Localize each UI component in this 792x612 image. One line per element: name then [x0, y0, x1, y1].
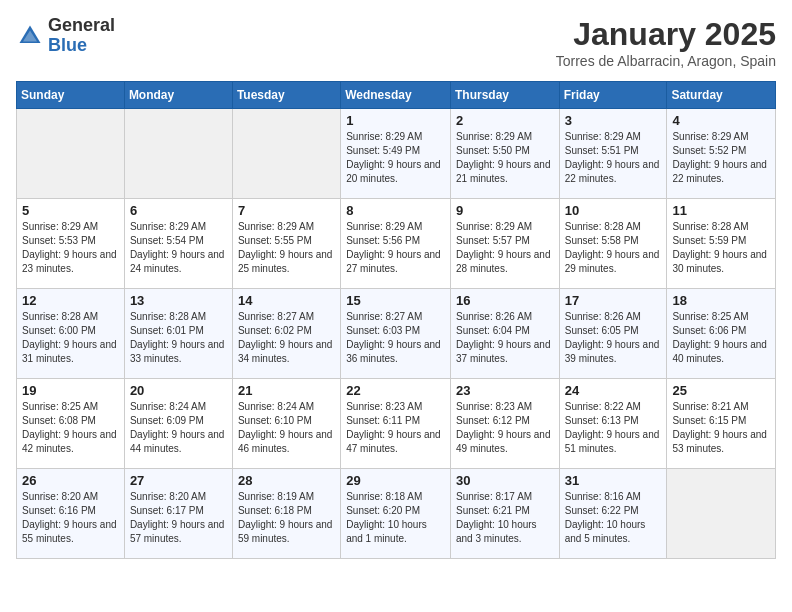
calendar-cell [667, 469, 776, 559]
logo-text: General Blue [48, 16, 115, 56]
calendar-cell: 27Sunrise: 8:20 AMSunset: 6:17 PMDayligh… [124, 469, 232, 559]
calendar-cell: 11Sunrise: 8:28 AMSunset: 5:59 PMDayligh… [667, 199, 776, 289]
calendar-cell: 24Sunrise: 8:22 AMSunset: 6:13 PMDayligh… [559, 379, 667, 469]
weekday-header: Tuesday [232, 82, 340, 109]
day-info: Sunrise: 8:16 AMSunset: 6:22 PMDaylight:… [565, 490, 662, 546]
day-info: Sunrise: 8:22 AMSunset: 6:13 PMDaylight:… [565, 400, 662, 456]
day-number: 11 [672, 203, 770, 218]
day-number: 9 [456, 203, 554, 218]
calendar-cell: 29Sunrise: 8:18 AMSunset: 6:20 PMDayligh… [341, 469, 451, 559]
logo-general: General [48, 16, 115, 36]
day-number: 8 [346, 203, 445, 218]
day-info: Sunrise: 8:29 AMSunset: 5:49 PMDaylight:… [346, 130, 445, 186]
day-info: Sunrise: 8:17 AMSunset: 6:21 PMDaylight:… [456, 490, 554, 546]
day-number: 5 [22, 203, 119, 218]
calendar-cell: 10Sunrise: 8:28 AMSunset: 5:58 PMDayligh… [559, 199, 667, 289]
page-header: General Blue January 2025 Torres de Alba… [16, 16, 776, 69]
calendar-cell: 14Sunrise: 8:27 AMSunset: 6:02 PMDayligh… [232, 289, 340, 379]
calendar-cell: 16Sunrise: 8:26 AMSunset: 6:04 PMDayligh… [450, 289, 559, 379]
calendar-cell: 7Sunrise: 8:29 AMSunset: 5:55 PMDaylight… [232, 199, 340, 289]
location-title: Torres de Albarracin, Aragon, Spain [556, 53, 776, 69]
day-number: 22 [346, 383, 445, 398]
calendar-cell: 9Sunrise: 8:29 AMSunset: 5:57 PMDaylight… [450, 199, 559, 289]
logo: General Blue [16, 16, 115, 56]
calendar-cell [232, 109, 340, 199]
calendar-cell [17, 109, 125, 199]
title-section: January 2025 Torres de Albarracin, Arago… [556, 16, 776, 69]
weekday-header: Friday [559, 82, 667, 109]
weekday-header: Thursday [450, 82, 559, 109]
day-number: 20 [130, 383, 227, 398]
day-info: Sunrise: 8:25 AMSunset: 6:08 PMDaylight:… [22, 400, 119, 456]
day-info: Sunrise: 8:28 AMSunset: 6:00 PMDaylight:… [22, 310, 119, 366]
day-number: 6 [130, 203, 227, 218]
day-info: Sunrise: 8:29 AMSunset: 5:55 PMDaylight:… [238, 220, 335, 276]
calendar-cell: 20Sunrise: 8:24 AMSunset: 6:09 PMDayligh… [124, 379, 232, 469]
calendar-week: 19Sunrise: 8:25 AMSunset: 6:08 PMDayligh… [17, 379, 776, 469]
day-info: Sunrise: 8:20 AMSunset: 6:16 PMDaylight:… [22, 490, 119, 546]
calendar-cell: 4Sunrise: 8:29 AMSunset: 5:52 PMDaylight… [667, 109, 776, 199]
day-info: Sunrise: 8:29 AMSunset: 5:54 PMDaylight:… [130, 220, 227, 276]
calendar-week: 1Sunrise: 8:29 AMSunset: 5:49 PMDaylight… [17, 109, 776, 199]
day-number: 18 [672, 293, 770, 308]
day-info: Sunrise: 8:28 AMSunset: 5:59 PMDaylight:… [672, 220, 770, 276]
day-info: Sunrise: 8:29 AMSunset: 5:53 PMDaylight:… [22, 220, 119, 276]
day-number: 3 [565, 113, 662, 128]
calendar-cell: 31Sunrise: 8:16 AMSunset: 6:22 PMDayligh… [559, 469, 667, 559]
calendar-cell [124, 109, 232, 199]
calendar-cell: 15Sunrise: 8:27 AMSunset: 6:03 PMDayligh… [341, 289, 451, 379]
calendar-cell: 18Sunrise: 8:25 AMSunset: 6:06 PMDayligh… [667, 289, 776, 379]
calendar-cell: 26Sunrise: 8:20 AMSunset: 6:16 PMDayligh… [17, 469, 125, 559]
calendar-body: 1Sunrise: 8:29 AMSunset: 5:49 PMDaylight… [17, 109, 776, 559]
calendar-cell: 23Sunrise: 8:23 AMSunset: 6:12 PMDayligh… [450, 379, 559, 469]
calendar-cell: 21Sunrise: 8:24 AMSunset: 6:10 PMDayligh… [232, 379, 340, 469]
month-title: January 2025 [556, 16, 776, 53]
day-number: 1 [346, 113, 445, 128]
weekday-header: Monday [124, 82, 232, 109]
day-number: 28 [238, 473, 335, 488]
calendar-cell: 3Sunrise: 8:29 AMSunset: 5:51 PMDaylight… [559, 109, 667, 199]
day-info: Sunrise: 8:24 AMSunset: 6:10 PMDaylight:… [238, 400, 335, 456]
day-info: Sunrise: 8:25 AMSunset: 6:06 PMDaylight:… [672, 310, 770, 366]
day-number: 12 [22, 293, 119, 308]
day-info: Sunrise: 8:23 AMSunset: 6:11 PMDaylight:… [346, 400, 445, 456]
day-info: Sunrise: 8:24 AMSunset: 6:09 PMDaylight:… [130, 400, 227, 456]
logo-blue: Blue [48, 36, 115, 56]
calendar-cell: 17Sunrise: 8:26 AMSunset: 6:05 PMDayligh… [559, 289, 667, 379]
day-info: Sunrise: 8:26 AMSunset: 6:04 PMDaylight:… [456, 310, 554, 366]
calendar-cell: 22Sunrise: 8:23 AMSunset: 6:11 PMDayligh… [341, 379, 451, 469]
day-info: Sunrise: 8:29 AMSunset: 5:50 PMDaylight:… [456, 130, 554, 186]
day-info: Sunrise: 8:29 AMSunset: 5:57 PMDaylight:… [456, 220, 554, 276]
day-number: 19 [22, 383, 119, 398]
calendar-cell: 6Sunrise: 8:29 AMSunset: 5:54 PMDaylight… [124, 199, 232, 289]
day-number: 23 [456, 383, 554, 398]
day-number: 31 [565, 473, 662, 488]
day-number: 14 [238, 293, 335, 308]
calendar-cell: 13Sunrise: 8:28 AMSunset: 6:01 PMDayligh… [124, 289, 232, 379]
day-info: Sunrise: 8:21 AMSunset: 6:15 PMDaylight:… [672, 400, 770, 456]
calendar-cell: 12Sunrise: 8:28 AMSunset: 6:00 PMDayligh… [17, 289, 125, 379]
calendar-cell: 30Sunrise: 8:17 AMSunset: 6:21 PMDayligh… [450, 469, 559, 559]
calendar-week: 26Sunrise: 8:20 AMSunset: 6:16 PMDayligh… [17, 469, 776, 559]
day-number: 24 [565, 383, 662, 398]
calendar-week: 12Sunrise: 8:28 AMSunset: 6:00 PMDayligh… [17, 289, 776, 379]
day-number: 2 [456, 113, 554, 128]
day-number: 10 [565, 203, 662, 218]
day-number: 26 [22, 473, 119, 488]
day-number: 27 [130, 473, 227, 488]
weekday-header: Wednesday [341, 82, 451, 109]
calendar: SundayMondayTuesdayWednesdayThursdayFrid… [16, 81, 776, 559]
day-number: 17 [565, 293, 662, 308]
logo-icon [16, 22, 44, 50]
day-number: 15 [346, 293, 445, 308]
day-info: Sunrise: 8:29 AMSunset: 5:52 PMDaylight:… [672, 130, 770, 186]
day-number: 25 [672, 383, 770, 398]
day-info: Sunrise: 8:28 AMSunset: 6:01 PMDaylight:… [130, 310, 227, 366]
calendar-cell: 5Sunrise: 8:29 AMSunset: 5:53 PMDaylight… [17, 199, 125, 289]
day-number: 30 [456, 473, 554, 488]
day-info: Sunrise: 8:27 AMSunset: 6:03 PMDaylight:… [346, 310, 445, 366]
day-number: 21 [238, 383, 335, 398]
calendar-cell: 28Sunrise: 8:19 AMSunset: 6:18 PMDayligh… [232, 469, 340, 559]
calendar-cell: 8Sunrise: 8:29 AMSunset: 5:56 PMDaylight… [341, 199, 451, 289]
day-info: Sunrise: 8:29 AMSunset: 5:56 PMDaylight:… [346, 220, 445, 276]
